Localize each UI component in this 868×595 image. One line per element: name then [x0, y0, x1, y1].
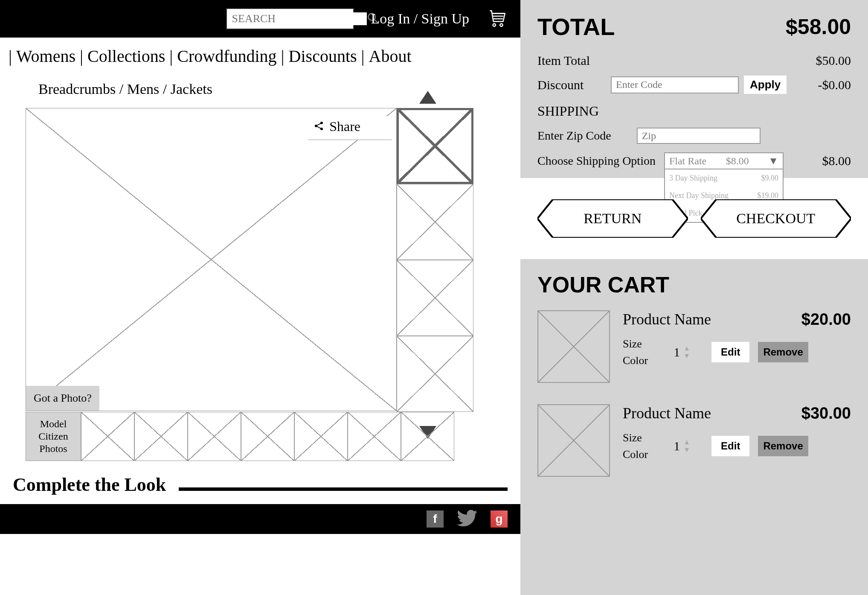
- search-box[interactable]: [226, 8, 354, 29]
- quantity-value: 1: [673, 439, 680, 453]
- product-thumbnail[interactable]: [397, 336, 473, 412]
- zip-label: Enter Zip Code: [537, 129, 611, 143]
- cart-icon[interactable]: [486, 7, 508, 30]
- mc-line: Photos: [39, 443, 67, 455]
- product-thumbnail[interactable]: [397, 184, 473, 260]
- qty-up-icon[interactable]: ▲: [683, 344, 690, 352]
- your-cart-panel: YOUR CART Product Name $20.00 Size Color…: [520, 259, 868, 511]
- quantity-stepper[interactable]: 1 ▲ ▼: [673, 438, 690, 454]
- got-photo-button[interactable]: Got a Photo?: [26, 386, 99, 411]
- nav-item-discounts[interactable]: Discounts: [289, 46, 357, 66]
- cart-item-price: $30.00: [801, 404, 851, 423]
- user-photo-thumbnail[interactable]: [188, 412, 241, 461]
- apply-button[interactable]: Apply: [744, 76, 787, 94]
- shipping-value: $8.00: [822, 154, 851, 168]
- checkout-button[interactable]: CHECKOUT: [701, 199, 851, 238]
- google-plus-icon[interactable]: g: [491, 510, 508, 528]
- shipping-option-select[interactable]: Flat Rate $8.00 ▼ 3 Day Shipping $9.00 N…: [664, 152, 784, 169]
- cart-item-image[interactable]: [537, 404, 610, 477]
- zip-input[interactable]: [637, 128, 761, 144]
- color-label: Color: [623, 446, 648, 463]
- product-thumbnail[interactable]: [397, 260, 473, 336]
- model-citizen-row: Model Citizen Photos: [0, 412, 520, 461]
- nav-item-about[interactable]: About: [369, 46, 412, 66]
- user-photo-thumbnail[interactable]: [294, 412, 348, 461]
- svg-point-2: [493, 24, 496, 26]
- svg-point-9: [320, 122, 323, 124]
- user-photo-thumbnail[interactable]: [134, 412, 188, 461]
- size-color-labels: Size Color: [623, 335, 648, 369]
- topbar: Log In / Sign Up: [0, 0, 520, 38]
- edit-button[interactable]: Edit: [711, 342, 749, 362]
- share-icon: [314, 119, 324, 134]
- cart-item-price: $20.00: [801, 310, 851, 329]
- cart-item-name: Product Name: [623, 310, 711, 329]
- return-button[interactable]: RETURN: [537, 199, 688, 238]
- thumbnail-column: [397, 108, 473, 412]
- qty-down-icon[interactable]: ▼: [683, 446, 690, 454]
- user-photo-thumbnail[interactable]: [81, 412, 134, 461]
- user-photo-thumbnail[interactable]: [241, 412, 294, 461]
- quantity-value: 1: [673, 345, 680, 359]
- size-label: Size: [623, 335, 648, 352]
- model-citizen-photos-label[interactable]: Model Citizen Photos: [26, 412, 81, 461]
- qty-up-icon[interactable]: ▲: [683, 438, 690, 446]
- cart-item-image[interactable]: [537, 310, 610, 383]
- ship-opt-name: Next Day Shipping: [669, 191, 729, 200]
- discount-code-input[interactable]: [611, 76, 739, 93]
- mc-line: Citizen: [38, 430, 68, 443]
- nav-item-collections[interactable]: Collections: [87, 46, 165, 66]
- nav-item-womens[interactable]: Womens: [16, 46, 75, 66]
- ship-opt-price: $19.00: [757, 191, 778, 200]
- facebook-icon[interactable]: f: [427, 510, 444, 528]
- shipping-option[interactable]: 3 Day Shipping $9.00: [665, 169, 783, 187]
- item-total-label: Item Total: [537, 53, 590, 68]
- discount-label: Discount: [537, 78, 606, 92]
- main-product-image[interactable]: Share Got a Photo?: [26, 108, 397, 411]
- svg-line-11: [317, 123, 321, 125]
- user-photo-thumbnail[interactable]: [401, 412, 454, 461]
- your-cart-title: YOUR CART: [537, 272, 851, 298]
- totals-panel: TOTAL $58.00 Item Total $50.00 Discount …: [520, 0, 868, 178]
- divider-line: [179, 487, 508, 491]
- thumbnail-up-arrow[interactable]: [400, 91, 456, 105]
- login-signup-link[interactable]: Log In / Sign Up: [371, 11, 469, 27]
- main-nav: | Womens | Collections | Crowdfunding | …: [0, 38, 520, 75]
- checkout-label: CHECKOUT: [736, 210, 815, 227]
- size-color-labels: Size Color: [623, 429, 648, 463]
- cart-item-name: Product Name: [623, 404, 711, 423]
- shipping-selected-name: Flat Rate: [669, 155, 706, 167]
- complete-the-look-title: Complete the Look: [13, 474, 166, 496]
- discount-value: -$0.00: [818, 78, 851, 92]
- svg-point-8: [315, 125, 317, 127]
- twitter-icon[interactable]: [456, 510, 478, 528]
- size-label: Size: [623, 429, 648, 446]
- quantity-stepper[interactable]: 1 ▲ ▼: [673, 344, 690, 360]
- nav-separator: |: [9, 46, 12, 66]
- nav-item-crowdfunding[interactable]: Crowdfunding: [177, 46, 276, 66]
- ship-opt-name: 3 Day Shipping: [669, 174, 717, 183]
- remove-button[interactable]: Remove: [758, 342, 808, 362]
- total-title: TOTAL: [537, 13, 615, 41]
- qty-down-icon[interactable]: ▼: [683, 352, 690, 360]
- ship-opt-price: $9.00: [761, 174, 778, 183]
- edit-button[interactable]: Edit: [711, 436, 749, 456]
- cart-item: Product Name $30.00 Size Color 1 ▲ ▼: [537, 404, 851, 477]
- shipping-title: SHIPPING: [537, 103, 851, 119]
- nav-separator: |: [281, 46, 284, 66]
- remove-button[interactable]: Remove: [758, 436, 808, 456]
- mc-line: Model: [40, 418, 67, 430]
- search-input[interactable]: [232, 12, 367, 25]
- shipping-selected-price: $8.00: [726, 155, 749, 167]
- user-photo-thumbnail[interactable]: [348, 412, 401, 461]
- return-label: RETURN: [584, 210, 642, 227]
- footer: f g: [0, 504, 520, 534]
- complete-the-look-section: Complete the Look: [0, 461, 520, 504]
- shipping-option-label: Choose Shipping Option: [537, 154, 656, 168]
- nav-separator: |: [169, 46, 173, 66]
- svg-line-12: [317, 126, 321, 128]
- share-button[interactable]: Share: [308, 116, 392, 140]
- nav-separator: |: [80, 46, 83, 66]
- product-thumbnail[interactable]: [397, 108, 473, 184]
- cart-item: Product Name $20.00 Size Color 1 ▲ ▼: [537, 310, 851, 383]
